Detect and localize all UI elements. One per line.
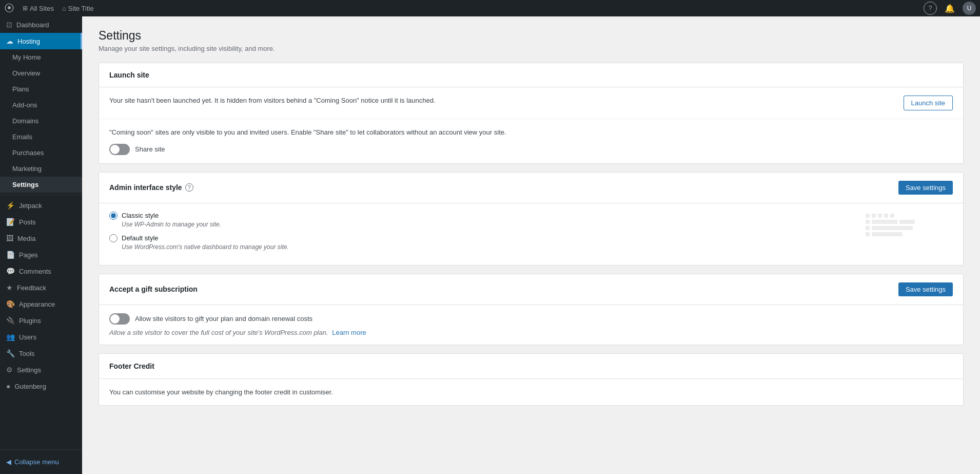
share-site-section: "Coming soon" sites are only visible to … [99, 119, 963, 163]
plugins-icon: 🔌 [6, 316, 15, 325]
sidebar-settings2-label: Settings [17, 366, 41, 374]
admin-interface-body: Classic style Use WP-Admin to manage you… [99, 203, 963, 265]
sidebar-item-plans[interactable]: Plans [0, 81, 82, 97]
classic-style-row: Classic style [109, 212, 953, 220]
launch-site-body: Your site hasn't been launched yet. It i… [99, 87, 963, 119]
topbar-right: ? 🔔 U [924, 2, 976, 15]
launch-site-button[interactable]: Launch site [904, 96, 953, 110]
sidebar-emails-label: Emails [12, 133, 32, 141]
sidebar-feedback-label: Feedback [17, 284, 46, 292]
sidebar-item-my-home[interactable]: My Home [0, 49, 82, 65]
media-icon: 🖼 [6, 234, 13, 242]
sidebar-item-plugins[interactable]: 🔌 Plugins [0, 312, 82, 329]
classic-style-option: Classic style Use WP-Admin to manage you… [109, 212, 953, 228]
sidebar-item-appearance[interactable]: 🎨 Appearance [0, 296, 82, 312]
default-style-desc: Use WordPress.com's native dashboard to … [122, 243, 953, 251]
footer-credit-title: Footer Credit [109, 362, 154, 370]
default-style-radio[interactable] [109, 234, 117, 242]
gift-note: Allow a site visitor to cover the full c… [109, 329, 953, 336]
launch-site-text: Your site hasn't been launched yet. It i… [109, 96, 895, 106]
collapse-label: Collapse menu [14, 458, 59, 466]
svg-rect-11 [872, 232, 903, 236]
main-content: Settings Manage your site settings, incl… [82, 16, 980, 474]
share-site-toggle-row: Share site [109, 144, 953, 155]
admin-interface-title-row: Admin interface style ? [109, 183, 193, 192]
topbar: ⦿ ⊞ All Sites ⌂ Site Title ? 🔔 U [0, 0, 980, 16]
svg-rect-4 [890, 214, 894, 218]
pages-icon: 📄 [6, 251, 15, 259]
collapse-icon: ◀ [6, 458, 11, 466]
footer-credit-card: Footer Credit You can customise your web… [99, 353, 964, 406]
sidebar-domains-label: Domains [12, 117, 38, 125]
launch-site-card: Launch site Your site hasn't been launch… [99, 63, 964, 164]
admin-interface-info-icon[interactable]: ? [185, 183, 193, 192]
learn-more-link[interactable]: Learn more [332, 329, 366, 336]
sidebar-item-overview[interactable]: Overview [0, 65, 82, 81]
sidebar-item-marketing[interactable]: Marketing [0, 161, 82, 177]
svg-rect-0 [866, 214, 870, 218]
all-sites-nav[interactable]: ⊞ All Sites [23, 5, 54, 12]
sidebar-overview-label: Overview [12, 69, 40, 77]
all-sites-label: All Sites [30, 5, 54, 12]
share-site-toggle-label: Share site [135, 145, 165, 153]
sidebar-item-feedback[interactable]: ★ Feedback [0, 279, 82, 296]
notifications-button[interactable]: 🔔 [943, 2, 956, 15]
sidebar-item-addons[interactable]: Add-ons [0, 97, 82, 113]
footer-credit-body: You can customise your website by changi… [99, 379, 963, 406]
site-title-nav[interactable]: ⌂ Site Title [62, 5, 94, 12]
sidebar-marketing-label: Marketing [12, 165, 42, 173]
gift-subscription-save-button[interactable]: Save settings [898, 282, 953, 296]
admin-style-decoration [866, 214, 948, 262]
sidebar-item-comments[interactable]: 💬 Comments [0, 263, 82, 279]
sidebar-posts-label: Posts [19, 218, 36, 226]
sidebar-item-users[interactable]: 👥 Users [0, 329, 82, 345]
admin-interface-save-button[interactable]: Save settings [898, 181, 953, 195]
sidebar-item-media[interactable]: 🖼 Media [0, 230, 82, 247]
sidebar-item-posts[interactable]: 📝 Posts [0, 214, 82, 230]
home-icon: ⌂ [62, 5, 66, 12]
user-avatar[interactable]: U [963, 2, 976, 15]
sidebar-my-home-label: My Home [12, 53, 41, 61]
sidebar-item-domains[interactable]: Domains [0, 113, 82, 129]
admin-interface-header: Admin interface style ? Save settings [99, 173, 963, 203]
gutenberg-icon: ● [6, 382, 10, 390]
sidebar-item-gutenberg[interactable]: ● Gutenberg [0, 378, 82, 394]
sidebar-item-purchases[interactable]: Purchases [0, 145, 82, 161]
share-site-toggle[interactable] [109, 144, 130, 155]
svg-rect-7 [899, 220, 915, 224]
collapse-menu-button[interactable]: ◀ Collapse menu [0, 454, 82, 470]
jetpack-icon: ⚡ [6, 201, 15, 210]
admin-interface-card: Admin interface style ? Save settings Cl… [99, 172, 964, 266]
page-title: Settings [99, 29, 964, 43]
sidebar-item-pages[interactable]: 📄 Pages [0, 247, 82, 263]
gift-toggle-label: Allow site visitors to gift your plan an… [135, 315, 312, 323]
sidebar-item-emails[interactable]: Emails [0, 129, 82, 145]
sidebar-item-hosting[interactable]: ☁ Hosting [0, 33, 82, 49]
sidebar-gutenberg-label: Gutenberg [14, 383, 46, 390]
wordpress-icon[interactable]: ⦿ [4, 3, 14, 14]
sidebar-appearance-label: Appearance [19, 300, 55, 308]
sidebar-item-settings[interactable]: Settings [0, 177, 82, 193]
launch-site-header: Launch site [99, 63, 963, 87]
sidebar-item-jetpack[interactable]: ⚡ Jetpack [0, 197, 82, 214]
dashboard-icon: ⊡ [6, 21, 12, 29]
gift-subscription-header: Accept a gift subscription Save settings [99, 274, 963, 305]
classic-style-desc: Use WP-Admin to manage your site. [122, 221, 953, 228]
settings-icon: ⚙ [6, 366, 13, 374]
sidebar-divider-1 [0, 195, 82, 195]
sidebar-item-dashboard[interactable]: ⊡ Dashboard [0, 16, 82, 33]
gift-toggle[interactable] [109, 313, 130, 325]
sidebar-item-tools[interactable]: 🔧 Tools [0, 345, 82, 362]
hosting-icon: ☁ [6, 37, 13, 45]
page-subtitle: Manage your site settings, including sit… [99, 45, 964, 52]
default-style-option: Default style Use WordPress.com's native… [109, 234, 953, 251]
admin-interface-title: Admin interface style [109, 183, 182, 192]
footer-credit-text: You can customise your website by changi… [109, 387, 953, 397]
sidebar-dashboard-label: Dashboard [16, 21, 49, 29]
help-icon-button[interactable]: ? [924, 2, 937, 15]
svg-rect-5 [866, 220, 870, 224]
gift-note-text: Allow a site visitor to cover the full c… [109, 329, 328, 336]
site-title-label: Site Title [68, 5, 94, 12]
sidebar-item-settings2[interactable]: ⚙ Settings [0, 362, 82, 378]
classic-style-radio[interactable] [109, 212, 117, 220]
